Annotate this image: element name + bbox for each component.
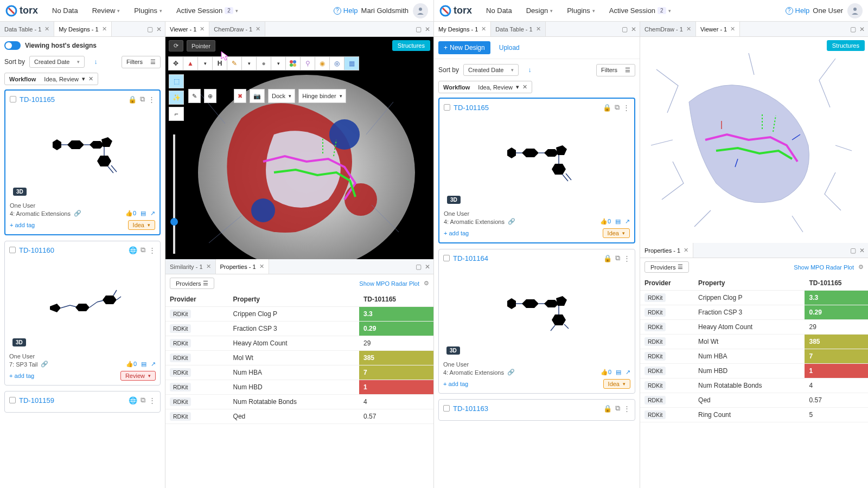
dock-select[interactable]: Dock ▾ [268, 89, 295, 103]
nav-no-data[interactable]: No Data [47, 3, 84, 18]
card-title[interactable]: TD-101160 [19, 246, 125, 254]
globe-icon[interactable]: 🌐 [129, 246, 137, 254]
maximize-icon[interactable]: ▢ [416, 25, 422, 33]
add-tag-link[interactable]: + add tag [10, 222, 35, 228]
copy-icon[interactable]: ⧉ [141, 246, 145, 254]
design-card[interactable]: TD-101165🔒⧉⋮3DOne User4: Aromatic Extens… [438, 98, 635, 243]
target-icon[interactable]: ◎ [329, 56, 344, 70]
surface-icon[interactable]: ▦ [344, 56, 359, 70]
host-toggle[interactable] [4, 41, 21, 50]
delete-icon[interactable]: ✖ [234, 89, 246, 103]
share-icon[interactable]: ↗ [150, 210, 155, 217]
card-checkbox[interactable] [9, 397, 16, 403]
refresh-button[interactable]: ⟳ [169, 40, 183, 52]
upload-link[interactable]: Upload [499, 44, 520, 52]
link-icon[interactable]: 🔗 [508, 218, 515, 225]
copy-icon[interactable]: ⧉ [615, 103, 620, 112]
logo[interactable]: torx [5, 5, 38, 17]
sort-dir-button[interactable]: ↓ [89, 55, 102, 68]
filters-button[interactable]: Filters☰ [122, 56, 161, 68]
design-card[interactable]: TD-101164🔒⧉⋮3DOne User4: Aromatic Extens… [438, 249, 635, 394]
radar-link[interactable]: Show MPO Radar Plot [794, 264, 854, 271]
close-icon[interactable]: ✕ [686, 25, 691, 33]
card-title[interactable]: TD-101165 [454, 104, 599, 112]
menu-icon[interactable]: ⋮ [623, 104, 630, 112]
design-card[interactable]: TD-101159🌐⧉⋮ [4, 391, 161, 413]
structure-thumbnail[interactable]: 3D [443, 266, 630, 358]
close-icon[interactable]: ✕ [102, 25, 107, 33]
structure-thumbnail[interactable]: 3D [444, 115, 630, 207]
structure-thumbnail[interactable]: 3D [9, 258, 156, 350]
nav-review[interactable]: Review▾ [87, 3, 126, 18]
maximize-icon[interactable]: ▢ [622, 25, 628, 33]
lock-icon[interactable]: 🔒 [603, 254, 612, 262]
close-icon[interactable]: ✕ [536, 25, 541, 33]
link-icon[interactable]: 🔗 [507, 369, 515, 376]
card-checkbox[interactable] [443, 255, 450, 261]
hinge-select[interactable]: Hinge binder ▾ [298, 89, 346, 103]
wand-tool-icon[interactable]: ✨ [169, 91, 184, 105]
design-card[interactable]: TD-101163🔒⧉⋮ [438, 399, 635, 421]
nav-plugins[interactable]: Plugins▾ [129, 3, 168, 18]
tab-data-table[interactable]: Data Table - 1✕ [0, 22, 54, 36]
card-checkbox[interactable] [10, 96, 16, 102]
user-menu[interactable]: One User [813, 3, 863, 18]
camera-icon[interactable]: 📷 [250, 89, 265, 103]
tab-my-designs[interactable]: My Designs - 1✕ [54, 22, 111, 36]
tab-my-designs[interactable]: My Designs - 1✕ [434, 22, 491, 36]
close-panel-icon[interactable]: ✕ [859, 247, 865, 254]
help-link[interactable]: ?Help [334, 7, 358, 15]
filters-button[interactable]: Filters☰ [596, 64, 635, 76]
note-icon[interactable]: ▤ [616, 369, 621, 376]
menu-icon[interactable]: ⋮ [623, 254, 630, 262]
note-icon[interactable]: ▤ [615, 218, 621, 225]
share-icon[interactable]: ↗ [626, 369, 630, 376]
tab-chemdraw[interactable]: ChemDraw - 1✕ [640, 22, 696, 36]
design-card[interactable]: TD-101160🌐⧉⋮3DOne User7: SP3 Tail🔗👍0▤↗+ … [4, 241, 161, 386]
structures-button[interactable]: Structures [392, 40, 430, 51]
tab-data-table[interactable]: Data Table - 1✕ [491, 22, 545, 36]
copy-icon[interactable]: ⧉ [615, 254, 620, 262]
nav-design[interactable]: Design▾ [521, 3, 558, 18]
link-icon[interactable]: ⚲ [300, 56, 315, 70]
gear-icon[interactable]: ⚙ [424, 280, 429, 287]
nav-plugins[interactable]: Plugins▾ [561, 3, 601, 18]
corner-icon[interactable]: ⌐ [169, 107, 184, 121]
card-title[interactable]: TD-101159 [19, 396, 125, 404]
center-icon[interactable]: ⊕ [204, 89, 216, 103]
viewer-3d-r[interactable]: Structures [640, 37, 868, 243]
card-title[interactable]: TD-101165 [20, 95, 125, 104]
thumb-icon[interactable]: 👍0 [601, 369, 611, 376]
card-checkbox[interactable] [444, 104, 450, 111]
close-icon[interactable]: ✕ [256, 25, 260, 33]
dropdown-icon[interactable]: ▾ [241, 56, 257, 70]
maximize-icon[interactable]: ▢ [416, 263, 422, 271]
menu-icon[interactable]: ⋮ [148, 95, 155, 104]
tab-viewer[interactable]: Viewer - 1✕ [165, 22, 209, 36]
maximize-icon[interactable]: ▢ [850, 25, 856, 33]
tab-viewer[interactable]: Viewer - 1✕ [696, 22, 740, 36]
remove-chip-icon[interactable]: ✕ [88, 75, 93, 82]
structures-button[interactable]: Structures [827, 40, 865, 51]
lock-icon[interactable]: 🔒 [603, 104, 611, 112]
lock-icon[interactable]: 🔒 [128, 95, 137, 104]
workflow-chip[interactable]: Workflow Idea, Review▾✕ [4, 73, 98, 85]
close-panel-icon[interactable]: ✕ [631, 25, 636, 33]
share-icon[interactable]: ↗ [151, 361, 156, 368]
close-icon[interactable]: ✕ [481, 25, 486, 33]
globe-icon[interactable]: 🌐 [129, 396, 137, 404]
copy-icon[interactable]: ⧉ [141, 396, 145, 404]
close-icon[interactable]: ✕ [206, 263, 211, 270]
card-title[interactable]: TD-101164 [453, 254, 600, 262]
thumb-icon[interactable]: 👍0 [126, 361, 137, 368]
providers-button[interactable]: Providers☰ [170, 278, 214, 289]
nav-no-data[interactable]: No Data [481, 3, 518, 18]
note-icon[interactable]: ▤ [141, 210, 146, 217]
help-link[interactable]: ?Help [786, 7, 810, 15]
new-design-button[interactable]: +New Design [438, 41, 490, 54]
close-panel-icon[interactable]: ✕ [425, 263, 430, 271]
link-icon[interactable]: 🔗 [41, 361, 48, 368]
close-icon[interactable]: ✕ [44, 25, 49, 33]
card-checkbox[interactable] [9, 247, 16, 253]
select-tool-icon[interactable]: ⬚ [169, 74, 184, 88]
